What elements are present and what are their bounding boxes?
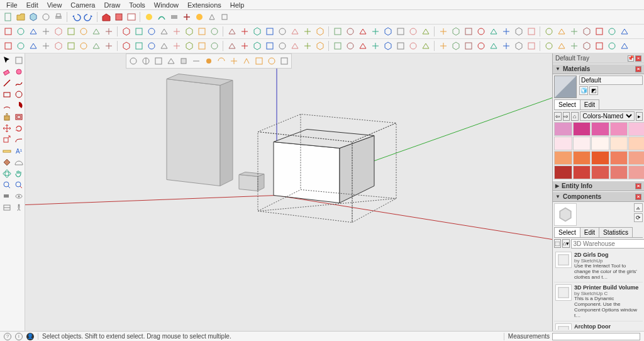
tb2-icon-29[interactable]: [382, 26, 394, 37]
tb3-icon-3[interactable]: [40, 40, 52, 52]
plugin-6-icon[interactable]: [206, 11, 218, 23]
menu-help[interactable]: Help: [226, 1, 248, 9]
swatch-0[interactable]: [554, 122, 572, 136]
ft-icon-7[interactable]: [203, 55, 214, 67]
comp-sort-icon[interactable]: ⬚: [554, 239, 561, 248]
swatch-14[interactable]: [628, 151, 644, 165]
tb3-icon-1[interactable]: [15, 40, 26, 52]
tb2-icon-4[interactable]: [53, 26, 64, 37]
tb3-icon-42[interactable]: [556, 40, 567, 52]
eraser-tool-icon[interactable]: [1, 66, 13, 77]
tb3-icon-31[interactable]: [408, 40, 419, 52]
move-tool-icon[interactable]: [1, 123, 13, 134]
tb2-icon-41[interactable]: [543, 26, 555, 37]
tb3-icon-2[interactable]: [28, 40, 39, 52]
redo-icon[interactable]: [83, 11, 94, 23]
tb3-icon-17[interactable]: [226, 40, 238, 52]
swatch-6[interactable]: [573, 137, 591, 150]
tb3-icon-47[interactable]: [619, 40, 630, 52]
zoom-tool-icon[interactable]: [1, 179, 13, 191]
ft-icon-9[interactable]: [228, 55, 240, 67]
followme-tool-icon[interactable]: [13, 134, 25, 145]
tb3-icon-11[interactable]: [146, 40, 157, 52]
tb2-icon-21[interactable]: [277, 26, 288, 37]
tray-close-icon[interactable]: ×: [635, 55, 641, 62]
tb2-icon-27[interactable]: [357, 26, 369, 37]
tb2-icon-2[interactable]: [28, 26, 39, 37]
layout-icon[interactable]: [126, 11, 137, 23]
menu-edit[interactable]: Edit: [23, 1, 42, 9]
tb2-icon-36[interactable]: [475, 26, 487, 37]
tb3-icon-29[interactable]: [382, 40, 394, 52]
component-search-input[interactable]: [571, 239, 644, 249]
offset-tool-icon[interactable]: [13, 111, 25, 123]
pie-tool-icon[interactable]: [13, 100, 25, 111]
tb3-icon-6[interactable]: [78, 40, 89, 52]
tb2-icon-14[interactable]: [184, 26, 195, 37]
menu-window[interactable]: Window: [150, 1, 182, 9]
print-icon[interactable]: [53, 11, 64, 23]
component-item[interactable]: 3D Printer Build Volumeby SketchUp CThis…: [554, 282, 643, 321]
status-info-icon[interactable]: ?: [4, 333, 11, 340]
tb2-icon-11[interactable]: [146, 26, 157, 37]
tb3-icon-9[interactable]: [121, 40, 132, 52]
tb3-icon-15[interactable]: [196, 40, 208, 52]
tb2-icon-16[interactable]: [209, 26, 220, 37]
line-tool-icon[interactable]: [1, 77, 13, 89]
tb3-icon-16[interactable]: [209, 40, 220, 52]
protractor-icon[interactable]: [13, 157, 25, 168]
tb2-icon-24[interactable]: [314, 26, 326, 37]
swatch-18[interactable]: [610, 165, 628, 179]
tape-tool-icon[interactable]: [13, 66, 25, 77]
menu-view[interactable]: View: [43, 1, 66, 9]
plugin-1-icon[interactable]: [143, 11, 155, 23]
tb3-icon-7[interactable]: [91, 40, 102, 52]
swatch-11[interactable]: [573, 151, 591, 165]
tb3-icon-33[interactable]: [438, 40, 449, 52]
tb3-icon-26[interactable]: [345, 40, 356, 52]
swatch-17[interactable]: [591, 165, 609, 179]
tb3-icon-43[interactable]: [569, 40, 580, 52]
tb2-icon-13[interactable]: [171, 26, 182, 37]
position-camera-icon[interactable]: [1, 191, 13, 202]
tb2-icon-22[interactable]: [289, 26, 301, 37]
new-file-icon[interactable]: [3, 11, 14, 23]
menu-extensions[interactable]: Extensions: [184, 1, 225, 9]
ft-icon-11[interactable]: [253, 55, 265, 67]
viewport[interactable]: [25, 53, 552, 331]
plugin-3-icon[interactable]: [169, 11, 180, 23]
tray-title-bar[interactable]: Default Tray 📌 ×: [553, 53, 644, 64]
components-panel-header[interactable]: ▼ Components ×: [553, 191, 644, 202]
material-name-input[interactable]: [579, 75, 643, 85]
walk-tool-icon[interactable]: [13, 202, 25, 213]
scale-tool-icon[interactable]: [1, 134, 13, 145]
circle-tool-icon[interactable]: [13, 89, 25, 100]
components-tab-select[interactable]: Select: [554, 227, 580, 237]
pan-tool-icon[interactable]: [13, 168, 25, 179]
tb3-icon-35[interactable]: [463, 40, 474, 52]
tb3-icon-14[interactable]: [184, 40, 195, 52]
tb2-icon-5[interactable]: [65, 26, 77, 37]
tb3-icon-36[interactable]: [475, 40, 487, 52]
ft-icon-3[interactable]: [153, 55, 164, 67]
status-user-icon[interactable]: 👤: [26, 333, 34, 340]
component-item[interactable]: 2D Girls Dogby SketchUpUse the Interact …: [554, 250, 643, 282]
tb3-icon-38[interactable]: [501, 40, 512, 52]
swatch-8[interactable]: [610, 137, 628, 150]
swatch-3[interactable]: [610, 122, 628, 136]
look-around-icon[interactable]: [13, 191, 25, 202]
tb2-icon-28[interactable]: [370, 26, 381, 37]
tb2-icon-12[interactable]: [158, 26, 170, 37]
tb2-icon-34[interactable]: [450, 26, 462, 37]
ft-icon-5[interactable]: [178, 55, 189, 67]
tb2-icon-18[interactable]: [239, 26, 250, 37]
home-icon[interactable]: ⌂: [571, 112, 579, 121]
tb3-icon-44[interactable]: [581, 40, 592, 52]
tb3-icon-34[interactable]: [450, 40, 462, 52]
fwd-icon[interactable]: ⇨: [563, 112, 570, 121]
tb2-icon-32[interactable]: [420, 26, 431, 37]
text-tool-icon[interactable]: A¹: [13, 145, 25, 157]
ft-icon-4[interactable]: [165, 55, 177, 67]
ft-icon-2[interactable]: [140, 55, 152, 67]
components-tab-stats[interactable]: Statistics: [599, 227, 633, 237]
